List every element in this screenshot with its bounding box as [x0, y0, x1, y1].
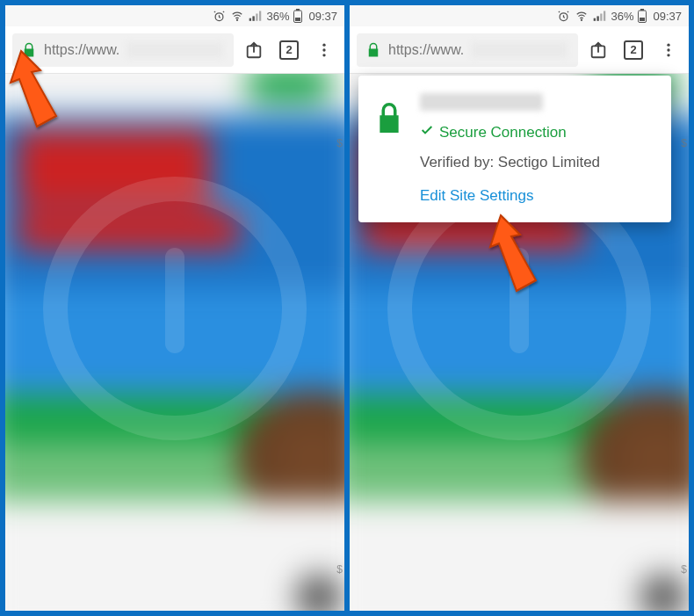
svg-point-8	[322, 54, 325, 56]
browser-toolbar: https://www. 2	[350, 26, 689, 74]
battery-icon	[638, 9, 647, 23]
phone-right: 36% 09:37 https://www. 2	[350, 5, 689, 611]
check-icon	[420, 123, 434, 141]
svg-point-7	[322, 48, 325, 51]
battery-percentage: 36%	[611, 10, 633, 23]
svg-point-17	[667, 54, 669, 56]
share-button[interactable]	[583, 35, 613, 65]
menu-button[interactable]	[309, 35, 339, 65]
edit-site-settings-link[interactable]: Edit Site Settings	[420, 187, 655, 205]
secure-connection-label: Secure Connection	[420, 123, 655, 141]
alarm-icon	[557, 10, 570, 23]
marker-dollar: $	[681, 563, 687, 576]
menu-button[interactable]	[654, 35, 683, 65]
share-button[interactable]	[239, 35, 269, 65]
url-text: https://www.	[44, 42, 119, 58]
svg-point-15	[667, 43, 669, 46]
status-bar: 36% 09:37	[350, 5, 689, 26]
tab-count-label: 2	[630, 43, 636, 56]
status-bar: 36% 09:37	[5, 5, 344, 26]
lock-icon[interactable]	[21, 41, 37, 59]
side-by-side-container: 36% 09:37 https://www. 2	[0, 0, 694, 616]
site-info-popup: Secure Connection Verified by: Sectigo L…	[358, 76, 671, 222]
battery-percentage: 36%	[266, 10, 289, 23]
site-name-redacted	[420, 93, 543, 111]
marker-dollar: $	[336, 137, 343, 149]
lock-icon[interactable]	[365, 41, 381, 59]
phone-left: 36% 09:37 https://www. 2	[5, 5, 344, 611]
lock-icon	[374, 100, 404, 139]
omnibox[interactable]: https://www.	[357, 33, 578, 67]
svg-point-10	[582, 19, 582, 20]
wifi-icon	[575, 10, 589, 22]
page-content-blurred	[5, 47, 344, 611]
signal-icon	[593, 11, 606, 22]
url-text: https://www.	[388, 42, 464, 58]
browser-toolbar: https://www. 2	[5, 26, 344, 74]
svg-rect-13	[640, 18, 645, 21]
clock-time: 09:37	[653, 10, 682, 23]
marker-dollar: $	[336, 563, 343, 576]
signal-icon	[249, 11, 262, 22]
battery-icon	[293, 9, 302, 23]
omnibox[interactable]: https://www.	[12, 33, 234, 67]
alarm-icon	[213, 10, 226, 23]
tab-switcher-button[interactable]: 2	[274, 35, 304, 65]
marker-dollar: $	[681, 137, 687, 149]
clock-time: 09:37	[308, 10, 337, 23]
svg-point-16	[667, 48, 669, 51]
svg-point-6	[322, 43, 325, 46]
url-redacted	[471, 42, 567, 58]
svg-rect-4	[295, 18, 300, 21]
svg-point-1	[237, 19, 238, 20]
url-redacted	[127, 42, 223, 58]
tab-count-label: 2	[286, 43, 292, 56]
wifi-icon	[230, 10, 244, 22]
verified-by-label: Verified by: Sectigo Limited	[420, 154, 655, 171]
tab-switcher-button[interactable]: 2	[618, 35, 648, 65]
